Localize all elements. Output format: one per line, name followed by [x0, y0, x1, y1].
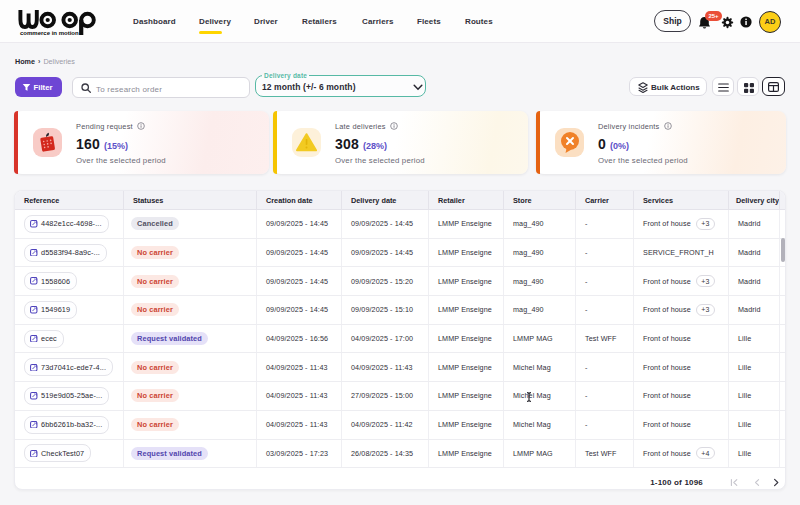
svg-text:commerce in motion: commerce in motion	[20, 30, 79, 36]
